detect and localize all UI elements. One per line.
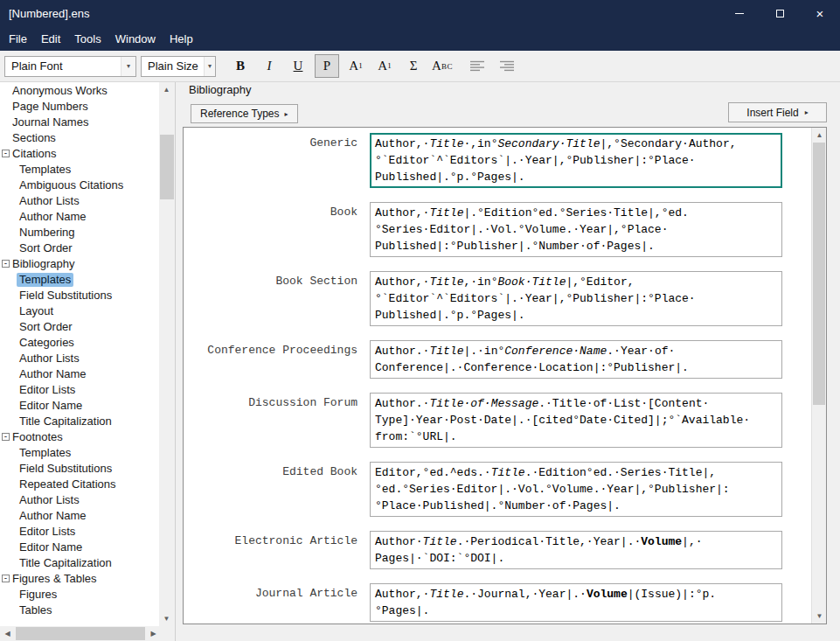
reference-types-button[interactable]: Reference Types ▸	[191, 104, 298, 123]
sidebar-item-author-lists[interactable]: Author Lists	[0, 351, 159, 366]
menu-help[interactable]: Help	[163, 29, 200, 49]
template-editor-journal-article[interactable]: Author,·Title.·Journal,·Year|.·Volume|(I…	[370, 583, 782, 622]
sidebar-item-sort-order[interactable]: Sort Order	[0, 240, 159, 256]
sidebar-item-label: Templates	[17, 273, 73, 287]
sidebar-item-templates[interactable]: Templates	[0, 272, 159, 288]
template-row-conference-proceedings: Conference ProceedingsAuthor.·Title|.·in…	[184, 340, 811, 379]
sidebar-item-author-name[interactable]: Author Name	[0, 366, 159, 382]
sidebar-item-categories[interactable]: Categories	[0, 335, 159, 351]
superscript-button[interactable]: A1	[344, 54, 368, 78]
sidebar-item-page-numbers[interactable]: Page Numbers	[0, 99, 159, 115]
sidebar-item-tables[interactable]: Tables	[0, 603, 159, 618]
font-combo[interactable]: Plain Font ▾	[4, 56, 136, 77]
title-bar[interactable]: [Numbered].ens ×	[0, 0, 840, 27]
sidebar-item-ambiguous-citations[interactable]: Ambiguous Citations	[0, 178, 159, 193]
sidebar-item-editor-lists[interactable]: Editor Lists	[0, 524, 159, 540]
sidebar-item-bibliography[interactable]: -Bibliography	[0, 256, 159, 272]
scrollbar-track[interactable]	[159, 97, 175, 611]
collapse-toggle-icon[interactable]: -	[2, 260, 10, 268]
template-editor-discussion-forum[interactable]: Author.·Title·of·Message.·Title·of·List·…	[370, 393, 782, 448]
symbol-font-button[interactable]: Σ	[401, 54, 426, 78]
sidebar-item-repeated-citations[interactable]: Repeated Citations	[0, 477, 159, 492]
sidebar-item-anonymous-works[interactable]: Anonymous Works	[0, 83, 159, 99]
sidebar-item-label: Author Lists	[17, 352, 82, 366]
sidebar-item-author-lists[interactable]: Author Lists	[0, 193, 159, 209]
sidebar-item-figures-tables[interactable]: -Figures & Tables	[0, 571, 159, 587]
sidebar-item-citations[interactable]: -Citations	[0, 146, 159, 162]
sidebar-item-label: Editor Name	[17, 540, 85, 554]
superscript-icon: A	[349, 59, 358, 73]
format-toolbar: Plain Font ▾ Plain Size ▾ B I U P A1 A1 …	[0, 51, 840, 82]
collapse-toggle-icon[interactable]: -	[2, 575, 10, 582]
close-button[interactable]: ×	[800, 0, 840, 27]
scroll-right-icon[interactable]: ▶	[146, 626, 161, 641]
maximize-icon	[776, 10, 784, 17]
sidebar-item-label: Footnotes	[10, 430, 66, 444]
sidebar-item-author-lists[interactable]: Author Lists	[0, 492, 159, 508]
sidebar-item-layout[interactable]: Layout	[0, 303, 159, 319]
scrollbar-thumb[interactable]	[813, 143, 825, 405]
template-editor-book-section[interactable]: Author,·Title,·in°Book·Title|,°Editor,°`…	[370, 271, 782, 326]
template-editor-edited-book[interactable]: Editor,°ed.^eds.·Title.·Edition°ed.·Seri…	[370, 462, 782, 517]
sidebar-item-label: Templates	[17, 163, 73, 177]
sidebar-vertical-scrollbar[interactable]: ▲ ▼	[159, 82, 175, 626]
menu-window[interactable]: Window	[108, 29, 163, 49]
sidebar-item-editor-name[interactable]: Editor Name	[0, 540, 159, 555]
scroll-up-icon[interactable]: ▲	[812, 128, 827, 143]
scroll-down-icon[interactable]: ▼	[812, 609, 827, 624]
underline-button[interactable]: U	[286, 54, 310, 78]
sidebar-item-label: Ambiguous Citations	[17, 178, 126, 192]
template-editor-generic[interactable]: Author,·Title·,in°Secondary·Title|,°Seco…	[370, 133, 782, 188]
sidebar-horizontal-scrollbar[interactable]: ◀ ▶	[0, 626, 161, 641]
scroll-down-icon[interactable]: ▼	[159, 611, 174, 626]
size-combo[interactable]: Plain Size ▾	[141, 56, 216, 77]
sidebar-item-label: Sort Order	[17, 241, 75, 255]
sidebar-item-field-substitutions[interactable]: Field Substitutions	[0, 288, 159, 303]
sidebar-item-footnotes[interactable]: -Footnotes	[0, 429, 159, 445]
maximize-button[interactable]	[760, 0, 800, 27]
sidebar-item-editor-name[interactable]: Editor Name	[0, 398, 159, 414]
sidebar-item-editor-lists[interactable]: Editor Lists	[0, 382, 159, 398]
sidebar-item-templates[interactable]: Templates	[0, 445, 159, 461]
bold-button[interactable]: B	[228, 54, 253, 78]
scrollbar-thumb[interactable]	[16, 627, 145, 640]
collapse-toggle-icon[interactable]: -	[2, 150, 10, 157]
menu-tools[interactable]: Tools	[67, 29, 108, 49]
minimize-button[interactable]	[719, 0, 760, 27]
scroll-up-icon[interactable]: ▲	[159, 82, 174, 97]
templates-vertical-scrollbar[interactable]: ▲ ▼	[811, 128, 826, 624]
menu-file[interactable]: File	[2, 29, 34, 49]
sidebar-item-title-capitalization[interactable]: Title Capitalization	[0, 555, 159, 571]
template-editor-conference-proceedings[interactable]: Author.·Title|.·in°Conference·Name.·Year…	[370, 340, 782, 379]
scroll-left-icon[interactable]: ◀	[0, 626, 15, 641]
sidebar-item-title-capitalization[interactable]: Title Capitalization	[0, 414, 159, 429]
sidebar-item-sort-order[interactable]: Sort Order	[0, 319, 159, 335]
sidebar-item-templates[interactable]: Templates	[0, 162, 159, 178]
insert-field-button[interactable]: Insert Field ▸	[728, 102, 827, 122]
sidebar-item-author-name[interactable]: Author Name	[0, 209, 159, 225]
sidebar-item-label: Author Lists	[17, 493, 82, 507]
menu-edit[interactable]: Edit	[34, 29, 67, 49]
sidebar-item-label: Field Substitutions	[17, 289, 115, 303]
template-editor-electronic-article[interactable]: Author·Title.·Periodical·Title,·Year|.·V…	[370, 531, 782, 569]
sidebar-item-author-name[interactable]: Author Name	[0, 508, 159, 524]
sidebar-item-label: Journal Names	[10, 115, 91, 129]
align-right-button[interactable]	[496, 55, 518, 78]
sidebar-item-numbering[interactable]: Numbering	[0, 225, 159, 240]
align-left-button[interactable]	[466, 55, 489, 78]
plain-text-button[interactable]: P	[315, 54, 339, 78]
sidebar-item-figures[interactable]: Figures	[0, 587, 159, 603]
small-caps-button[interactable]: ABC	[430, 54, 455, 78]
scrollbar-thumb[interactable]	[160, 135, 174, 199]
sidebar-item-sections[interactable]: Sections	[0, 130, 159, 146]
italic-button[interactable]: I	[257, 54, 281, 78]
sidebar-item-label: Author Name	[17, 367, 89, 381]
chevron-down-icon[interactable]: ▾	[121, 57, 135, 76]
template-editor-book[interactable]: Author,·Title|.°Edition°ed.°Series·Title…	[370, 202, 782, 257]
subscript-button[interactable]: A1	[372, 54, 397, 78]
sidebar-item-journal-names[interactable]: Journal Names	[0, 115, 159, 130]
scrollbar-track[interactable]	[812, 143, 826, 609]
chevron-down-icon[interactable]: ▾	[204, 57, 215, 76]
collapse-toggle-icon[interactable]: -	[2, 433, 10, 441]
sidebar-item-field-substitutions[interactable]: Field Substitutions	[0, 461, 159, 477]
